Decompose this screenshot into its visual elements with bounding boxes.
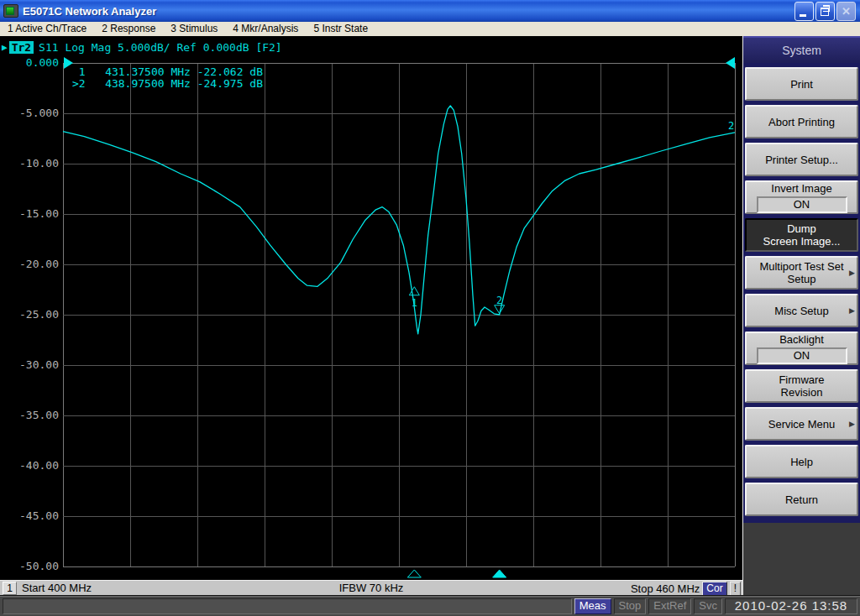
window-title: E5071C Network Analyzer: [23, 5, 156, 18]
submenu-arrow-icon: ▶: [849, 267, 855, 279]
y-axis-label: -10.00: [0, 157, 59, 170]
ifbw-label: IFBW 70 kHz: [339, 582, 404, 594]
softkey-label: Dump Screen Image...: [763, 222, 841, 248]
channel-status-bar: 1 Start 400 MHz IFBW 70 kHz Stop 460 MHz…: [0, 580, 742, 595]
plot-area: 212: [63, 63, 736, 579]
grid: [63, 63, 735, 566]
datetime: 2010-02-26 13:58: [725, 598, 857, 614]
trace-label[interactable]: Tr2: [9, 41, 34, 54]
menu-item-5-instr-state[interactable]: 5 Instr State: [306, 22, 375, 36]
y-axis-label: -35.00: [0, 409, 59, 422]
menu-item-3-stimulus[interactable]: 3 Stimulus: [163, 22, 225, 36]
softkey-label: Help: [790, 456, 813, 468]
softkey-help[interactable]: Help: [745, 445, 858, 478]
softkey-service-menu[interactable]: Service Menu▶: [745, 407, 858, 441]
minimize-button[interactable]: [794, 2, 814, 21]
channel-number-badge: 1: [3, 582, 17, 595]
softkey-label: Misc Setup: [774, 305, 828, 317]
softkey-value: ON: [757, 196, 847, 213]
restore-button[interactable]: [815, 2, 835, 21]
status-svc: Svc: [694, 598, 722, 614]
status-extref: ExtRef: [648, 598, 691, 614]
status-stop: Stop: [614, 598, 647, 614]
instrument-display: ▶ Tr2 S11 Log Mag 5.000dB/ Ref 0.000dB […: [0, 36, 742, 580]
softkey-label: Multiport Test Set Setup: [759, 260, 843, 285]
start-frequency: Start 400 MHz: [22, 582, 92, 594]
softkey-print[interactable]: Print: [745, 67, 858, 101]
status-meas: Meas: [574, 598, 611, 614]
stop-frequency: Stop 460 MHz: [631, 582, 700, 595]
trace-end-label: 2: [728, 120, 734, 132]
menu-bar: 1 Active Ch/Trace2 Response3 Stimulus4 M…: [0, 22, 860, 36]
menu-item-1-active-ch-trace[interactable]: 1 Active Ch/Trace: [0, 22, 94, 36]
softkey-dump-screen-image[interactable]: Dump Screen Image...: [745, 218, 858, 252]
softkey-printer-setup[interactable]: Printer Setup...: [745, 143, 858, 176]
y-axis-label: -30.00: [0, 358, 59, 372]
close-icon: ✕: [842, 6, 851, 17]
y-axis-label: -15.00: [0, 207, 59, 221]
close-button: ✕: [836, 2, 856, 21]
marker-readout: 1 431.37500 MHz -22.062 dB>2 438.97500 M…: [72, 66, 263, 90]
y-axis-label: -25.00: [0, 308, 59, 321]
softkey-label: Printer Setup...: [765, 154, 838, 166]
softkey-return[interactable]: Return: [745, 483, 858, 516]
submenu-arrow-icon: ▶: [849, 418, 855, 431]
softkey-value: ON: [757, 347, 847, 364]
restore-icon: [821, 8, 829, 16]
y-axis-label: -5.000: [0, 107, 59, 120]
marker-1-glyph: 1: [409, 287, 419, 309]
softkey-backlight[interactable]: BacklightON: [745, 331, 858, 365]
system-status-bar: MeasStopExtRefSvc 2010-02-26 13:58: [0, 595, 860, 616]
softkey-multiport-test-set-setup[interactable]: Multiport Test Set Setup▶: [745, 256, 858, 290]
marker-2-axis-indicator[interactable]: [493, 570, 506, 577]
app-icon: [3, 4, 18, 18]
softkey-invert-image[interactable]: Invert ImageON: [745, 180, 858, 214]
marker-readout-row: >2 438.97500 MHz -24.975 dB: [72, 78, 263, 90]
marker-readout-row: 1 431.37500 MHz -22.062 dB: [72, 66, 263, 78]
submenu-arrow-icon: ▶: [849, 305, 855, 317]
softkey-label: Firmware Revision: [779, 373, 824, 399]
softkey-label: Service Menu: [768, 418, 835, 431]
marker-triangle-icon: [409, 287, 419, 295]
reference-level-arrow-right-icon: [726, 57, 735, 69]
message-area: [3, 598, 572, 614]
softkey-label: Backlight: [779, 333, 824, 346]
warning-badge: !: [730, 582, 741, 596]
correction-badge: Cor: [702, 582, 726, 596]
softkey-firmware-revision[interactable]: Firmware Revision: [745, 369, 858, 403]
marker-1-axis-indicator[interactable]: [407, 570, 421, 577]
title-bar: E5071C Network Analyzer ✕: [0, 0, 860, 22]
softkey-menu-title: System: [743, 36, 860, 63]
app-window: E5071C Network Analyzer ✕ 1 Active Ch/Tr…: [0, 0, 860, 616]
app-icon-screen: [6, 7, 14, 15]
window-controls: ✕: [794, 2, 860, 21]
softkey-group: System PrintAbort PrintingPrinter Setup.…: [743, 36, 860, 523]
minimize-icon: [800, 14, 806, 17]
softkey-label: Return: [785, 493, 818, 506]
trace-format-text: S11 Log Mag 5.000dB/ Ref 0.000dB [F2]: [39, 41, 282, 54]
marker-number: 1: [412, 297, 417, 309]
trace-header: ▶ Tr2 S11 Log Mag 5.000dB/ Ref 0.000dB […: [2, 41, 282, 54]
y-axis-label: -45.00: [0, 509, 59, 523]
softkey-label: Invert Image: [771, 182, 831, 195]
softkey-abort-printing[interactable]: Abort Printing: [745, 105, 858, 138]
y-axis-label: -50.00: [0, 560, 59, 573]
y-axis-label: -40.00: [0, 459, 59, 472]
menu-item-2-response[interactable]: 2 Response: [94, 22, 163, 36]
softkey-label: Print: [790, 78, 813, 91]
marker-number: 2: [496, 295, 502, 306]
softkey-panel: System PrintAbort PrintingPrinter Setup.…: [742, 36, 860, 595]
softkey-label: Abort Printing: [768, 116, 835, 128]
menu-item-4-mkr-analysis[interactable]: 4 Mkr/Analysis: [225, 22, 306, 36]
active-trace-arrow-icon: ▶: [2, 42, 8, 53]
softkey-misc-setup[interactable]: Misc Setup▶: [745, 294, 858, 327]
y-axis-label: -20.00: [0, 258, 59, 271]
y-axis-label: 0.000: [0, 56, 59, 70]
